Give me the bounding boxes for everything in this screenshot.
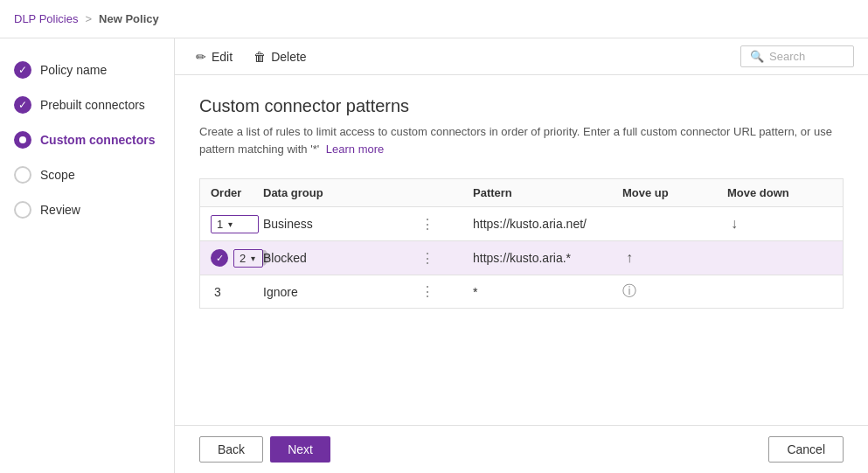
footer-left: Back Next: [199, 436, 330, 463]
radio-icon-custom: [14, 131, 31, 149]
delete-button[interactable]: 🗑 Delete: [247, 46, 313, 67]
row1-order: 1 ▾: [211, 215, 263, 233]
table-row: 1 ▾ Business ⋮ https://kusto.aria.net/ ↓: [200, 207, 843, 241]
info-icon-row3[interactable]: ⓘ: [622, 283, 636, 298]
check-icon-prebuilt: ✓: [14, 96, 31, 114]
row2-pattern: https://kusto.aria.*: [473, 251, 622, 265]
col-header-datagroup: Data group: [263, 186, 420, 199]
cancel-button[interactable]: Cancel: [768, 436, 844, 463]
search-placeholder: Search: [769, 50, 805, 63]
page-desc-text: Create a list of rules to limit access t…: [199, 125, 832, 156]
sidebar-label-review: Review: [40, 203, 80, 217]
edit-icon: ✏: [196, 50, 206, 64]
breadcrumb: DLP Policies > New Policy: [14, 12, 159, 25]
content-area: Custom connector patterns Create a list …: [175, 75, 868, 425]
row2-datagroup: Blocked: [263, 251, 420, 265]
row3-datagroup: Ignore: [263, 285, 420, 299]
move-down-button-1[interactable]: ↓: [727, 214, 741, 233]
row1-pattern: https://kusto.aria.net/: [473, 217, 622, 231]
table-row: 3 Ignore ⋮ * ⓘ: [200, 275, 843, 308]
row1-ellipsis[interactable]: ⋮: [420, 216, 473, 233]
sidebar-label-prebuilt: Prebuilt connectors: [40, 98, 145, 112]
search-box[interactable]: 🔍 Search: [740, 45, 854, 67]
row2-ellipsis[interactable]: ⋮: [420, 250, 473, 267]
edit-button[interactable]: ✏ Edit: [189, 46, 240, 67]
row2-order-area: ✓ 2 ▾: [211, 249, 263, 268]
row3-ellipsis[interactable]: ⋮: [420, 283, 473, 300]
order-select-1[interactable]: 1 ▾: [211, 215, 259, 233]
footer: Back Next Cancel: [175, 425, 868, 473]
sidebar-item-custom-connectors[interactable]: Custom connectors: [0, 122, 174, 157]
page-description: Create a list of rules to limit access t…: [199, 123, 844, 157]
move-up-button-2[interactable]: ↑: [622, 248, 636, 268]
table-row: ✓ 2 ▾ Blocked ⋮ https://kusto.aria.* ↑: [200, 241, 843, 275]
main-content: ✏ Edit 🗑 Delete 🔍 Search Custom connecto…: [175, 38, 868, 473]
col-header-pattern: Pattern: [473, 186, 622, 199]
breadcrumb-current: New Policy: [99, 12, 159, 25]
search-icon: 🔍: [750, 50, 764, 63]
chevron-down-icon-2: ▾: [251, 254, 255, 263]
order-select-2[interactable]: 2 ▾: [233, 249, 263, 268]
table-header: Order Data group Pattern Move up Move do…: [200, 179, 843, 207]
toolbar: ✏ Edit 🗑 Delete 🔍 Search: [175, 38, 868, 75]
patterns-table: Order Data group Pattern Move up Move do…: [199, 178, 844, 309]
row1-movedown[interactable]: ↓: [727, 214, 832, 233]
order-value-1: 1: [217, 218, 223, 231]
sidebar-item-review[interactable]: Review: [0, 192, 174, 227]
page-title: Custom connector patterns: [199, 96, 844, 116]
row2-moveup[interactable]: ↑: [622, 248, 727, 268]
empty-icon-review: [14, 201, 31, 219]
row3-order: 3: [211, 285, 263, 299]
order-value-2: 2: [240, 252, 246, 265]
delete-label: Delete: [271, 50, 306, 64]
delete-icon: 🗑: [253, 50, 266, 64]
next-button[interactable]: Next: [270, 436, 330, 463]
sidebar-label-policy-name: Policy name: [40, 63, 107, 77]
chevron-down-icon: ▾: [228, 219, 233, 229]
sidebar-item-policy-name[interactable]: ✓ Policy name: [0, 52, 174, 87]
sidebar-item-prebuilt-connectors[interactable]: ✓ Prebuilt connectors: [0, 87, 174, 122]
row2-check-icon: ✓: [211, 249, 228, 267]
row1-datagroup: Business: [263, 217, 420, 231]
sidebar-label-custom: Custom connectors: [40, 133, 155, 147]
row3-pattern: *: [473, 285, 622, 299]
breadcrumb-parent[interactable]: DLP Policies: [14, 12, 78, 25]
back-button[interactable]: Back: [199, 436, 263, 463]
sidebar-label-scope: Scope: [40, 168, 75, 182]
sidebar: ✓ Policy name ✓ Prebuilt connectors Cust…: [0, 38, 175, 473]
radio-inner: [19, 136, 26, 143]
breadcrumb-sep: >: [85, 12, 92, 25]
col-header-moveup: Move up: [622, 186, 727, 199]
col-header-order: Order: [211, 186, 263, 199]
check-icon-policy-name: ✓: [14, 61, 31, 79]
top-bar: DLP Policies > New Policy: [0, 0, 868, 38]
sidebar-item-scope[interactable]: Scope: [0, 157, 174, 192]
row3-moveup-info[interactable]: ⓘ: [622, 282, 727, 301]
edit-label: Edit: [212, 50, 233, 64]
empty-icon-scope: [14, 166, 31, 184]
learn-more-link[interactable]: Learn more: [326, 143, 384, 156]
col-header-movedown: Move down: [727, 186, 832, 199]
